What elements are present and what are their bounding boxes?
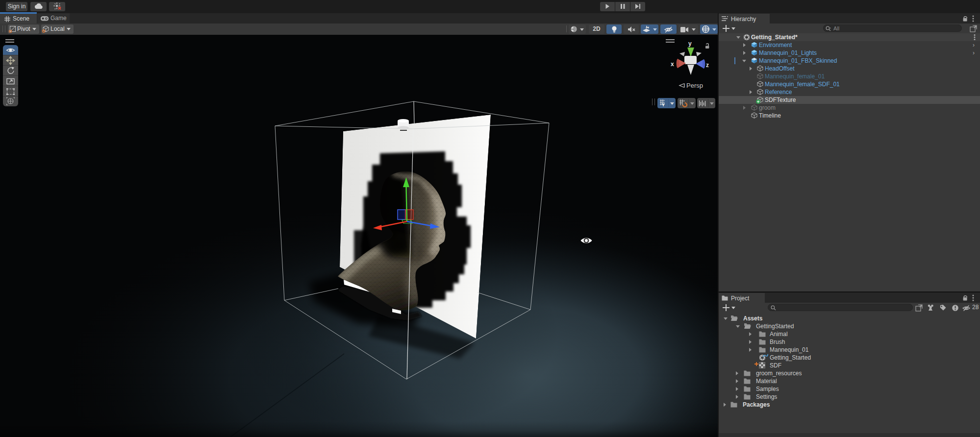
svg-text:Y: Y (662, 102, 665, 107)
